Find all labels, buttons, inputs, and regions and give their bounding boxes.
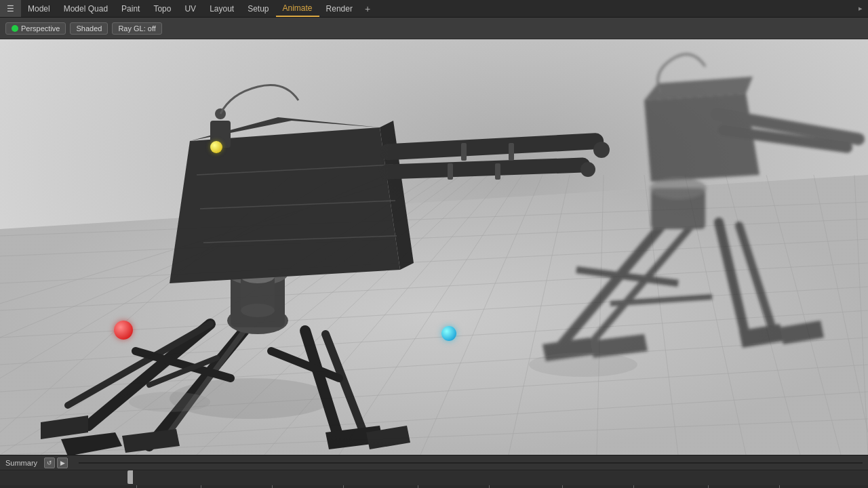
cyan-sphere[interactable] [441, 326, 456, 341]
svg-rect-68 [495, 163, 500, 180]
perspective-toggle[interactable]: Perspective [5, 22, 66, 35]
menu-add-tab[interactable]: + [359, 1, 376, 16]
svg-rect-67 [448, 163, 453, 180]
menu-model[interactable]: Model [21, 0, 57, 17]
timeline-play-btn[interactable]: ▶ [57, 458, 68, 468]
menu-animate[interactable]: Animate [276, 0, 319, 17]
svg-point-88 [529, 352, 637, 377]
red-sphere[interactable] [114, 321, 133, 340]
ruler-tick-container: 15 30 45 60 75 90 105 120 [133, 485, 868, 488]
menu-hamburger[interactable]: ☰ [0, 0, 21, 17]
svg-point-63 [593, 142, 610, 158]
ruler-tick-135: 135 [703, 485, 714, 488]
perspective-label: Perspective [21, 24, 60, 33]
ruler-tick-90: 90 [486, 485, 493, 488]
raygl-toggle[interactable]: Ray GL: off [112, 22, 161, 35]
menu-topo[interactable]: Topo [146, 0, 178, 17]
ruler-tick-45: 45 [269, 485, 276, 488]
svg-rect-65 [461, 143, 467, 161]
timeline-track-area[interactable] [133, 470, 868, 485]
summary-label: Summary [5, 459, 37, 467]
timeline-header: Summary ↺ ▶ [0, 455, 868, 470]
scene-svg [0, 39, 868, 455]
top-menu-bar: ☰ Model Model Quad Paint Topo UV Layout … [0, 0, 868, 18]
menu-layout[interactable]: Layout [203, 0, 241, 17]
viewport-header: Perspective Shaded Ray GL: off [0, 18, 868, 39]
shading-toggle[interactable]: Shaded [70, 22, 108, 35]
raygl-label: Ray GL: off [118, 24, 155, 33]
svg-point-87 [129, 392, 210, 412]
shaded-label: Shaded [76, 24, 102, 33]
svg-point-54 [241, 304, 275, 317]
timeline-refresh-btn[interactable]: ↺ [44, 458, 55, 468]
timeline-tracks[interactable] [0, 470, 868, 485]
svg-point-64 [580, 162, 595, 177]
yellow-sphere[interactable] [210, 141, 222, 153]
menu-setup[interactable]: Setup [241, 0, 275, 17]
timeline-panel: Summary ↺ ▶ 15 30 45 60 75 [0, 455, 868, 488]
ruler-tick-0: 15 [133, 485, 140, 488]
ruler-tick-105: 105 [557, 485, 568, 488]
ruler-tick-120: 120 [628, 485, 639, 488]
timeline-ruler: 15 30 45 60 75 90 105 120 [0, 485, 868, 488]
ruler-tick-30: 30 [197, 485, 205, 488]
svg-rect-66 [509, 143, 514, 161]
menu-paint[interactable]: Paint [115, 0, 146, 17]
menu-model-quad[interactable]: Model Quad [57, 0, 115, 17]
svg-point-86 [650, 178, 707, 199]
viewport-status-dot [12, 25, 18, 32]
menu-render[interactable]: Render [319, 0, 359, 17]
ruler-tick-60: 60 [340, 485, 347, 488]
menu-collapse[interactable]: ▸ [853, 2, 868, 15]
main-viewport[interactable] [0, 39, 868, 455]
ruler-tick-150: 150 [774, 485, 785, 488]
ruler-tick-75: 75 [414, 485, 422, 488]
menu-uv[interactable]: UV [178, 0, 203, 17]
